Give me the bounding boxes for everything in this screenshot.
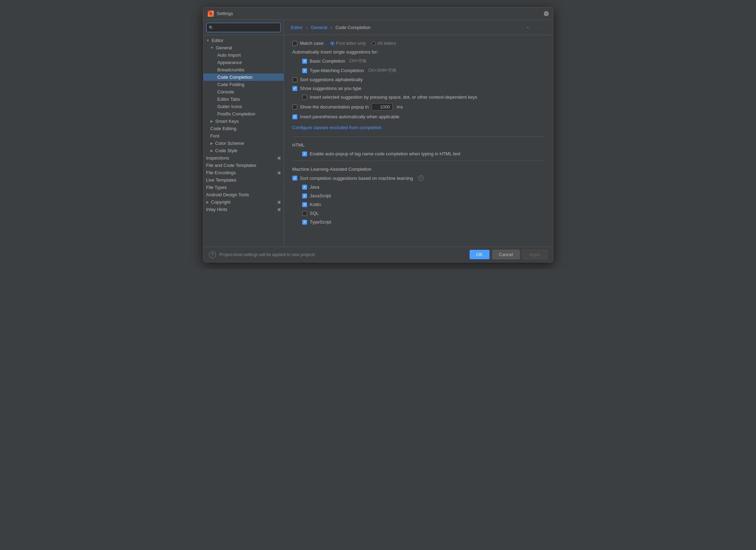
- first-letter-radio-btn[interactable]: [330, 41, 334, 45]
- sort-alpha-label[interactable]: Sort suggestions alphabetically: [292, 77, 363, 82]
- all-letters-radio[interactable]: All letters: [372, 41, 396, 46]
- show-suggestions-row: Show suggestions as you type: [292, 86, 545, 91]
- forward-button[interactable]: →: [536, 23, 546, 31]
- show-suggestions-label[interactable]: Show suggestions as you type: [292, 86, 362, 91]
- doc-popup-text: Show the documentation popup in: [300, 104, 369, 110]
- sidebar-item-general[interactable]: ▼ General: [203, 44, 284, 51]
- kotlin-label[interactable]: Kotlin: [302, 202, 321, 207]
- close-button[interactable]: ✕: [544, 11, 549, 16]
- sidebar-item-inlay-hints[interactable]: Inlay Hints ▣: [203, 206, 284, 213]
- sidebar-item-code-folding[interactable]: Code Folding: [203, 81, 284, 88]
- sql-label[interactable]: SQL: [302, 211, 319, 216]
- sidebar: ▼ Editor ▼ General Auto Import Appearanc…: [203, 20, 284, 247]
- match-case-label[interactable]: Match case:: [292, 41, 325, 46]
- sidebar-item-postfix-completion[interactable]: Postfix Completion: [203, 110, 284, 118]
- insert-on-space-label[interactable]: Insert selected suggestion by pressing s…: [302, 94, 477, 100]
- search-input[interactable]: [206, 23, 281, 32]
- insert-parens-checkbox[interactable]: [292, 114, 297, 119]
- all-letters-radio-btn[interactable]: [372, 41, 376, 45]
- app-icon: [208, 10, 214, 17]
- sidebar-item-label: File Encodings: [206, 170, 236, 175]
- configure-link[interactable]: Configure classes excluded from completi…: [292, 125, 382, 130]
- sidebar-item-file-encodings[interactable]: File Encodings ▣: [203, 169, 284, 176]
- footer-left: ? Project-level settings will be applied…: [209, 251, 315, 258]
- kotlin-checkbox[interactable]: [302, 202, 307, 207]
- back-button[interactable]: ←: [523, 23, 533, 31]
- sidebar-item-gutter-icons[interactable]: Gutter Icons: [203, 103, 284, 110]
- doc-popup-input[interactable]: [372, 103, 393, 111]
- footer-buttons: OK Cancel Apply: [470, 250, 547, 259]
- sidebar-item-font[interactable]: Font: [203, 132, 284, 140]
- ml-sort-checkbox[interactable]: [292, 176, 297, 181]
- kotlin-row: Kotlin: [302, 202, 545, 207]
- sidebar-item-copyright[interactable]: ▶ Copyright ▣: [203, 198, 284, 206]
- ok-button[interactable]: OK: [470, 250, 490, 259]
- sidebar-item-auto-import[interactable]: Auto Import: [203, 51, 284, 59]
- sidebar-item-label: Breadcrumbs: [217, 67, 244, 72]
- sidebar-item-file-types[interactable]: File Types: [203, 184, 284, 191]
- typescript-checkbox[interactable]: [302, 220, 307, 225]
- breadcrumb-bar: Editor › General › Code Completion ← →: [284, 20, 553, 35]
- javascript-label[interactable]: JavaScript: [302, 193, 331, 198]
- sidebar-item-live-templates[interactable]: Live Templates: [203, 176, 284, 184]
- insert-parens-label[interactable]: Insert parentheses automatically when ap…: [292, 114, 400, 119]
- help-button[interactable]: ?: [209, 251, 216, 258]
- html-auto-popup-label[interactable]: Enable auto-popup of tag name code compl…: [302, 151, 460, 156]
- insert-on-space-checkbox[interactable]: [302, 95, 307, 100]
- cancel-button[interactable]: Cancel: [492, 250, 520, 259]
- sidebar-item-android-design-tools[interactable]: Android Design Tools: [203, 191, 284, 198]
- sidebar-item-inspections[interactable]: Inspections ▣: [203, 154, 284, 162]
- search-wrapper: [206, 23, 281, 32]
- sidebar-item-label: Editor: [211, 38, 223, 43]
- sort-alpha-checkbox[interactable]: [292, 77, 297, 82]
- html-auto-popup-checkbox[interactable]: [302, 151, 307, 156]
- sidebar-item-label: Gutter Icons: [217, 104, 242, 109]
- breadcrumb-general[interactable]: General: [311, 25, 327, 30]
- show-suggestions-checkbox[interactable]: [292, 86, 297, 91]
- java-checkbox[interactable]: [302, 185, 307, 190]
- title-bar: Settings ✕: [203, 7, 553, 20]
- typescript-text: TypeScript: [310, 219, 331, 225]
- typescript-label[interactable]: TypeScript: [302, 219, 331, 225]
- ml-sort-label[interactable]: Sort completion suggestions based on mac…: [292, 176, 413, 181]
- sidebar-item-color-scheme[interactable]: ▶ Color Scheme: [203, 140, 284, 147]
- settings-icon: ▣: [277, 170, 281, 175]
- sidebar-item-appearance[interactable]: Appearance: [203, 59, 284, 66]
- match-case-checkbox[interactable]: [292, 41, 297, 46]
- breadcrumb-sep2: ›: [331, 25, 332, 30]
- java-label[interactable]: Java: [302, 184, 319, 190]
- type-matching-label[interactable]: Type-Matching Completion: [302, 68, 364, 73]
- help-icon[interactable]: ?: [418, 175, 424, 181]
- doc-popup-checkbox[interactable]: [292, 105, 297, 110]
- type-matching-checkbox[interactable]: [302, 68, 307, 73]
- sidebar-item-editor[interactable]: ▼ Editor: [203, 37, 284, 44]
- settings-icon: ▣: [277, 156, 281, 160]
- sidebar-item-code-editing[interactable]: Code Editing: [203, 125, 284, 132]
- sidebar-item-console[interactable]: Console: [203, 88, 284, 96]
- doc-popup-unit: ms: [397, 104, 403, 110]
- sidebar-item-label: Live Templates: [206, 177, 236, 183]
- sidebar-item-code-style[interactable]: ▶ Code Style: [203, 147, 284, 154]
- sidebar-item-code-completion[interactable]: Code Completion: [203, 73, 284, 81]
- javascript-checkbox[interactable]: [302, 193, 307, 198]
- first-letter-radio[interactable]: First letter only: [330, 41, 366, 46]
- sidebar-item-breadcrumbs[interactable]: Breadcrumbs: [203, 66, 284, 73]
- html-auto-popup-row: Enable auto-popup of tag name code compl…: [302, 151, 545, 156]
- sidebar-item-file-code-templates[interactable]: File and Code Templates: [203, 162, 284, 169]
- type-matching-row: Type-Matching Completion Ctrl+Shift+空格: [302, 68, 545, 73]
- basic-completion-label[interactable]: Basic Completion: [302, 58, 345, 64]
- sidebar-item-label: Console: [217, 89, 234, 94]
- apply-button[interactable]: Apply: [522, 250, 547, 259]
- java-row: Java: [302, 184, 545, 190]
- sort-alpha-text: Sort suggestions alphabetically: [300, 77, 363, 82]
- match-case-radio-group: First letter only All letters: [330, 41, 396, 46]
- sidebar-tree: ▼ Editor ▼ General Auto Import Appearanc…: [203, 35, 284, 247]
- sort-alpha-row: Sort suggestions alphabetically: [292, 77, 545, 82]
- breadcrumb-editor[interactable]: Editor: [291, 25, 303, 30]
- sidebar-item-editor-tabs[interactable]: Editor Tabs: [203, 96, 284, 103]
- sidebar-item-smart-keys[interactable]: ▶ Smart Keys: [203, 118, 284, 125]
- basic-completion-checkbox[interactable]: [302, 59, 307, 64]
- sql-checkbox[interactable]: [302, 211, 307, 216]
- doc-popup-label[interactable]: Show the documentation popup in: [292, 104, 369, 110]
- javascript-row: JavaScript: [302, 193, 545, 198]
